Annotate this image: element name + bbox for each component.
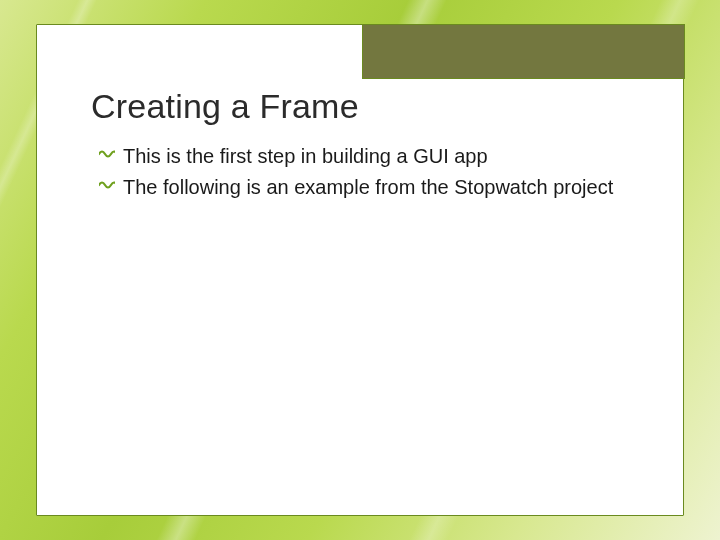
bullet-list: This is the first step in building a GUI… — [99, 143, 633, 205]
list-item: The following is an example from the Sto… — [99, 174, 633, 201]
wave-bullet-icon — [99, 174, 117, 201]
bullet-text: This is the first step in building a GUI… — [123, 143, 633, 170]
title-accent-box — [362, 24, 685, 79]
wave-bullet-icon — [99, 143, 117, 170]
slide-card: Creating a Frame This is the first step … — [36, 24, 684, 516]
slide-title: Creating a Frame — [91, 87, 359, 126]
bullet-text: The following is an example from the Sto… — [123, 174, 633, 201]
list-item: This is the first step in building a GUI… — [99, 143, 633, 170]
